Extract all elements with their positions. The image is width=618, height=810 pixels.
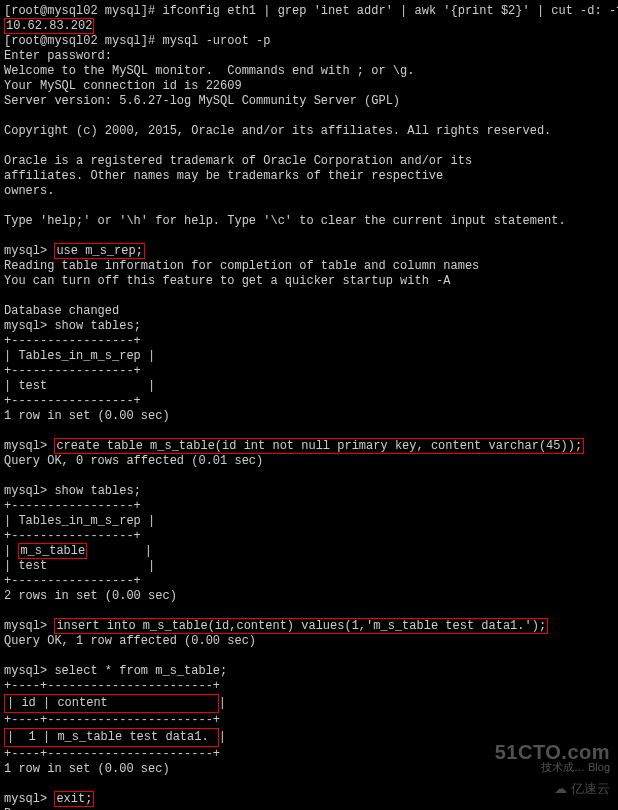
terminal-line: Query OK, 1 row affected (0.00 sec): [4, 634, 614, 649]
table-border: +-----------------+: [4, 334, 614, 349]
blank-line: [4, 229, 614, 244]
terminal-line: Database changed: [4, 304, 614, 319]
terminal-line: mysql> select * from m_s_table;: [4, 664, 614, 679]
table-border: +-----------------+: [4, 364, 614, 379]
table-border: +----+-----------------------+: [4, 747, 614, 762]
terminal-line: Welcome to the MySQL monitor. Commands e…: [4, 64, 614, 79]
terminal-line: owners.: [4, 184, 614, 199]
highlight-ip: 10.62.83.202: [4, 18, 94, 34]
table-border: +-----------------+: [4, 529, 614, 544]
terminal-line: [root@mysql02 mysql]# mysql -uroot -p: [4, 34, 614, 49]
terminal-line: 2 rows in set (0.00 sec): [4, 589, 614, 604]
blank-line: [4, 139, 614, 154]
table-row: | test |: [4, 379, 614, 394]
table-header: | Tables_in_m_s_rep |: [4, 349, 614, 364]
terminal-line: Query OK, 0 rows affected (0.01 sec): [4, 454, 614, 469]
table-row: | test |: [4, 559, 614, 574]
table-border: +----+-----------------------+: [4, 713, 614, 728]
blank-line: [4, 109, 614, 124]
terminal-line: Type 'help;' or '\h' for help. Type '\c'…: [4, 214, 614, 229]
table-border: +-----------------+: [4, 574, 614, 589]
table-header: | id | content |: [4, 694, 614, 713]
terminal-line: Oracle is a registered trademark of Orac…: [4, 154, 614, 169]
table-border: +-----------------+: [4, 499, 614, 514]
blank-line: [4, 469, 614, 484]
insert-line: mysql> insert into m_s_table(id,content)…: [4, 619, 614, 634]
terminal-line: mysql> show tables;: [4, 484, 614, 499]
terminal-line: Server version: 5.6.27-log MySQL Communi…: [4, 94, 614, 109]
create-table-line: mysql> create table m_s_table(id int not…: [4, 439, 614, 454]
terminal-line: [root@mysql02 mysql]# ifconfig eth1 | gr…: [4, 4, 614, 19]
terminal-line: Enter password:: [4, 49, 614, 64]
blank-line: [4, 604, 614, 619]
highlight-insert: insert into m_s_table(id,content) values…: [54, 618, 548, 634]
highlight-mstable: m_s_table: [18, 543, 87, 559]
blank-line: [4, 424, 614, 439]
terminal-line: Copyright (c) 2000, 2015, Oracle and/or …: [4, 124, 614, 139]
table-header: | Tables_in_m_s_rep |: [4, 514, 614, 529]
blank-line: [4, 777, 614, 792]
exit-line: mysql> exit;: [4, 792, 614, 807]
highlight-create: create table m_s_table(id int not null p…: [54, 438, 584, 454]
highlight-select-header: | id | content: [4, 694, 219, 713]
ip-output-line: 10.62.83.202: [4, 19, 614, 34]
highlight-select-row: | 1 | m_s_table test data1.: [4, 728, 219, 747]
terminal-line: 1 row in set (0.00 sec): [4, 762, 614, 777]
select-result-block: | id | content | +----+-----------------…: [4, 694, 614, 747]
blank-line: [4, 289, 614, 304]
table-row: | m_s_table |: [4, 544, 614, 559]
terminal-line: 1 row in set (0.00 sec): [4, 409, 614, 424]
blank-line: [4, 199, 614, 214]
highlight-exit: exit;: [54, 791, 94, 807]
blank-line: [4, 649, 614, 664]
terminal-line: affiliates. Other names may be trademark…: [4, 169, 614, 184]
terminal-line: Your MySQL connection id is 22609: [4, 79, 614, 94]
terminal-line: You can turn off this feature to get a q…: [4, 274, 614, 289]
highlight-use: use m_s_rep;: [54, 243, 144, 259]
use-db-line: mysql> use m_s_rep;: [4, 244, 614, 259]
table-border: +----+-----------------------+: [4, 679, 614, 694]
table-row: | 1 | m_s_table test data1. |: [4, 728, 614, 747]
table-border: +-----------------+: [4, 394, 614, 409]
terminal-line: mysql> show tables;: [4, 319, 614, 334]
terminal-line: Reading table information for completion…: [4, 259, 614, 274]
